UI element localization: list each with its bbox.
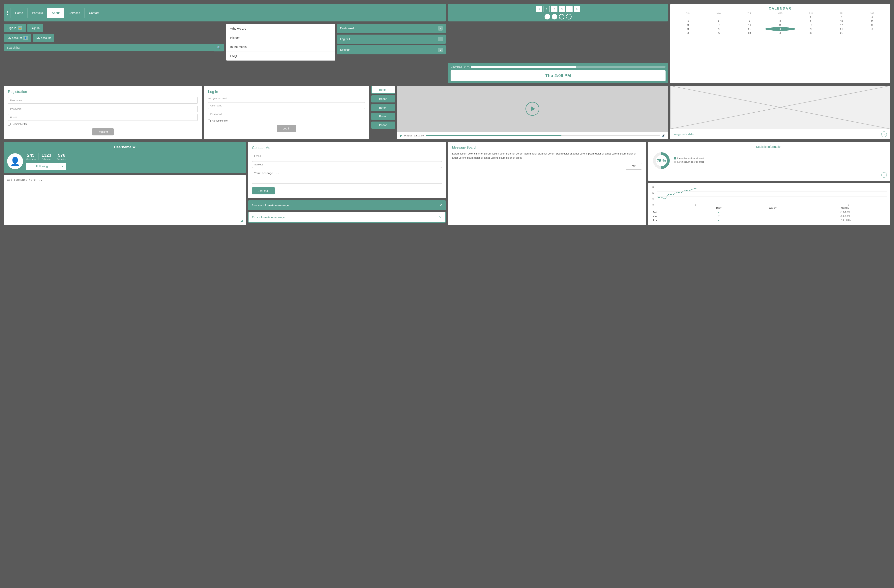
cal-day[interactable]: 17 bbox=[826, 23, 856, 27]
nav-services[interactable]: Services bbox=[64, 8, 85, 18]
settings-btn[interactable]: Settings ⚙ bbox=[337, 45, 446, 54]
ok-btn[interactable]: OK bbox=[625, 163, 642, 170]
logout-btn[interactable]: Log Out → bbox=[337, 35, 446, 44]
cal-day[interactable] bbox=[673, 15, 703, 19]
cal-day[interactable]: 18 bbox=[857, 23, 887, 27]
nav-home[interactable]: Home bbox=[11, 8, 27, 18]
cal-day[interactable]: 7 bbox=[734, 19, 765, 23]
menu-in-the-media[interactable]: In the media bbox=[226, 42, 335, 51]
nav-contact[interactable]: Contact bbox=[85, 8, 104, 18]
cal-day[interactable]: 8 bbox=[765, 19, 795, 23]
cal-day[interactable]: 13 bbox=[704, 23, 734, 27]
cal-day[interactable] bbox=[704, 15, 734, 19]
login-password-input[interactable] bbox=[208, 111, 365, 118]
comments-input[interactable] bbox=[7, 178, 243, 220]
login-remember-checkbox[interactable] bbox=[208, 119, 211, 122]
button-2[interactable]: Botton bbox=[371, 95, 395, 103]
cal-day[interactable]: 16 bbox=[796, 23, 826, 27]
menu-who-we-are[interactable]: Who we are bbox=[226, 24, 335, 33]
button-5[interactable]: Botton bbox=[371, 122, 395, 129]
cal-day[interactable]: 4 bbox=[857, 15, 887, 19]
reg-username-input[interactable] bbox=[8, 97, 198, 104]
cal-day[interactable]: 26 bbox=[673, 31, 703, 35]
reg-email-input[interactable] bbox=[8, 114, 198, 121]
success-close-icon[interactable]: ✕ bbox=[439, 203, 442, 208]
search-input[interactable] bbox=[4, 44, 214, 51]
cal-day[interactable]: 31 bbox=[826, 31, 856, 35]
button-3[interactable]: Botton bbox=[371, 104, 395, 111]
menu-history[interactable]: History bbox=[226, 33, 335, 42]
cal-day[interactable]: 29 bbox=[765, 31, 795, 35]
cal-day[interactable]: 9 bbox=[796, 19, 826, 23]
registration-title: Registration bbox=[8, 90, 198, 94]
cal-day[interactable] bbox=[857, 31, 887, 35]
myaccount-btn-1[interactable]: My account 👤 bbox=[4, 34, 32, 42]
cal-day[interactable]: 20 bbox=[704, 27, 734, 31]
cal-day[interactable]: 1 bbox=[765, 15, 795, 19]
pg-circle-4[interactable] bbox=[566, 14, 572, 20]
dashboard-btn[interactable]: Dashboard ↗ bbox=[337, 24, 446, 33]
menu-faqs[interactable]: FAQS bbox=[226, 51, 335, 60]
reg-password-input[interactable] bbox=[8, 106, 198, 112]
cal-day[interactable]: 23 bbox=[796, 27, 826, 31]
cal-day[interactable]: 3 bbox=[826, 15, 856, 19]
volume-icon[interactable]: 🔊 bbox=[662, 134, 665, 137]
contact-email-input[interactable] bbox=[252, 153, 442, 159]
pg-circle-1[interactable] bbox=[545, 14, 550, 20]
donut-percent: 75 % bbox=[657, 158, 666, 163]
contact-subject-input[interactable] bbox=[252, 161, 442, 168]
follow-btn[interactable]: Following bbox=[26, 163, 58, 170]
follow-dropdown-btn[interactable]: ▼ bbox=[58, 163, 66, 170]
slider-label-row: Image with slider › bbox=[670, 129, 890, 139]
cal-day[interactable]: 5 bbox=[673, 19, 703, 23]
cal-day[interactable]: 24 bbox=[826, 27, 856, 31]
cal-day[interactable]: 19 bbox=[673, 27, 703, 31]
nav-portfolio[interactable]: Portfolio bbox=[27, 8, 47, 18]
cal-day[interactable]: 30 bbox=[796, 31, 826, 35]
cal-header-thu: THU bbox=[796, 12, 826, 15]
error-close-icon[interactable]: ✕ bbox=[439, 215, 442, 219]
signin-btn-1[interactable]: Sign In 🔒 bbox=[4, 24, 26, 32]
login-username-input[interactable] bbox=[208, 102, 365, 109]
prev-page-btn[interactable]: < bbox=[536, 6, 542, 12]
cal-day-today[interactable]: 22 bbox=[765, 27, 795, 31]
nav-dots-icon[interactable] bbox=[4, 11, 11, 15]
play-button[interactable] bbox=[526, 102, 539, 116]
cal-day[interactable]: 28 bbox=[734, 31, 765, 35]
register-btn[interactable]: Register bbox=[92, 128, 114, 136]
page-1-btn[interactable]: 1 bbox=[544, 6, 550, 12]
cal-day[interactable]: 27 bbox=[704, 31, 734, 35]
cal-day[interactable]: 25 bbox=[857, 27, 887, 31]
page-3-btn[interactable]: 3 bbox=[559, 6, 565, 12]
video-progress-bg[interactable] bbox=[426, 135, 660, 136]
pg-circle-2[interactable] bbox=[552, 14, 557, 20]
cal-day[interactable]: 2 bbox=[796, 15, 826, 19]
myaccount-btn-2[interactable]: My account bbox=[33, 34, 54, 42]
cal-day[interactable] bbox=[734, 15, 765, 19]
button-4[interactable]: Botton bbox=[371, 113, 395, 120]
nav-about[interactable]: About bbox=[47, 8, 64, 18]
login-btn[interactable]: Log In bbox=[277, 125, 296, 132]
cal-day[interactable]: 6 bbox=[704, 19, 734, 23]
cal-day[interactable]: 12 bbox=[673, 23, 703, 27]
signin-btn-2[interactable]: Sign In bbox=[27, 24, 43, 32]
contact-message-input[interactable] bbox=[252, 170, 442, 184]
pg-circle-3[interactable] bbox=[559, 14, 565, 20]
cal-day[interactable]: 15 bbox=[765, 23, 795, 27]
cal-day[interactable]: 11 bbox=[857, 19, 887, 23]
page-2-btn[interactable]: 2 bbox=[551, 6, 557, 12]
remember-me-checkbox[interactable] bbox=[8, 123, 11, 125]
cal-day[interactable]: 14 bbox=[734, 23, 765, 27]
search-button[interactable]: 🔍 bbox=[214, 44, 224, 51]
button-1[interactable]: Botton bbox=[371, 86, 395, 94]
send-mail-btn[interactable]: Sent mail bbox=[252, 187, 275, 194]
myaccount-row: My account 👤 My account bbox=[4, 34, 224, 42]
cal-day[interactable]: 21 bbox=[734, 27, 765, 31]
slider-next-btn[interactable]: › bbox=[881, 131, 887, 137]
followers-label: Followers bbox=[42, 158, 51, 160]
stat-next-btn[interactable]: › bbox=[881, 172, 887, 178]
cal-day[interactable]: 10 bbox=[826, 19, 856, 23]
next-page-btn[interactable]: > bbox=[574, 6, 580, 12]
vc-play-icon[interactable]: ▶ bbox=[400, 134, 402, 137]
page-dots-btn[interactable]: ... bbox=[566, 6, 572, 12]
